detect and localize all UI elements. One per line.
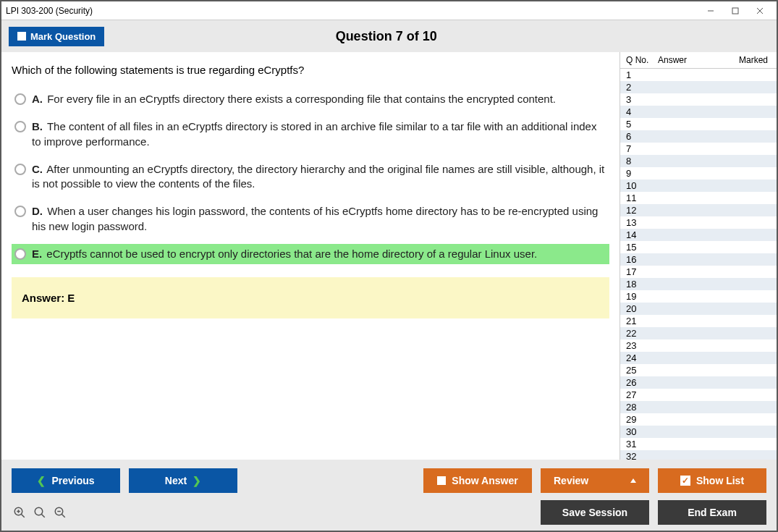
question-list-row[interactable]: 22 [620,327,777,339]
chevron-left-icon: ❮ [37,475,46,486]
question-number: 15 [626,242,658,253]
option-c[interactable]: C. After unmounting an eCryptfs director… [12,159,609,195]
question-list-row[interactable]: 8 [620,155,777,167]
question-counter: Question 7 of 10 [104,29,668,44]
save-session-label: Save Session [562,507,627,518]
question-number: 6 [626,131,658,142]
next-label: Next [165,475,187,486]
question-number: 9 [626,168,658,179]
svg-line-9 [41,514,45,518]
question-list-row[interactable]: 13 [620,216,777,229]
question-number: 22 [626,328,658,339]
question-number: 5 [626,119,658,130]
option-e[interactable]: E. eCryptfs cannot be used to encrypt on… [12,244,609,264]
question-list-row[interactable]: 11 [620,192,777,204]
app-window: LPI 303-200 (Security) Mark Question Que… [0,0,778,532]
question-number: 7 [626,143,658,154]
question-list-row[interactable]: 9 [620,167,777,180]
review-label: Review [554,475,588,486]
zoom-reset-button[interactable] [12,504,28,520]
question-number: 14 [626,229,658,240]
question-list-row[interactable]: 5 [620,118,777,130]
radio-icon [14,93,26,105]
question-list-row[interactable]: 2 [620,81,777,93]
question-number: 27 [626,389,658,400]
radio-icon [14,164,26,175]
col-marked: Marked [729,55,772,65]
question-list-row[interactable]: 18 [620,278,777,290]
question-list-row[interactable]: 15 [620,241,777,253]
radio-icon [14,121,26,132]
question-number: 25 [626,365,658,376]
maximize-button[interactable] [723,3,748,19]
answer-box: Answer: E [12,277,609,318]
question-list-row[interactable]: 28 [620,401,777,413]
question-list-row[interactable]: 25 [620,364,777,376]
previous-label: Previous [51,475,94,486]
end-exam-button[interactable]: End Exam [658,500,766,525]
show-answer-button[interactable]: Show Answer [423,468,532,493]
question-list-row[interactable]: 23 [620,339,777,352]
zoom-in-button[interactable] [32,504,48,520]
question-number: 30 [626,426,658,437]
question-number: 20 [626,303,658,314]
show-list-label: Show List [696,475,744,486]
chevron-right-icon: ❯ [193,475,201,486]
question-number: 28 [626,402,658,413]
option-a[interactable]: A. For every file in an eCryptfs directo… [12,89,609,109]
footer-row-2: Save Session End Exam [12,500,766,525]
question-list-row[interactable]: 6 [620,130,777,143]
question-number: 26 [626,377,658,388]
question-list-row[interactable]: 3 [620,93,777,106]
question-number: 2 [626,82,658,93]
question-list-row[interactable]: 21 [620,315,777,327]
question-number: 32 [626,451,658,460]
footer-bar: ❮ Previous Next ❯ Show Answer Review ✓ S… [1,460,777,531]
question-list-row[interactable]: 4 [620,106,777,118]
question-list-row[interactable]: 12 [620,204,777,216]
question-list-row[interactable]: 30 [620,426,777,438]
option-text: D. When a user changes his login passwor… [32,204,606,234]
radio-icon [14,206,26,217]
question-list-row[interactable]: 17 [620,266,777,278]
save-session-button[interactable]: Save Session [541,500,649,525]
question-list-header: Q No. Answer Marked [620,52,777,69]
question-number: 21 [626,316,658,326]
triangle-up-icon [630,478,636,483]
question-list-row[interactable]: 7 [620,143,777,155]
next-button[interactable]: Next ❯ [129,468,237,493]
question-list[interactable]: 1234567891011121314151617181920212223242… [620,69,777,460]
question-number: 31 [626,439,658,449]
question-list-row[interactable]: 27 [620,389,777,401]
question-list-row[interactable]: 1 [620,69,777,81]
option-b[interactable]: B. The content of all files in an eCrypt… [12,117,609,152]
question-list-row[interactable]: 10 [620,180,777,192]
question-number: 11 [626,193,658,203]
show-list-button[interactable]: ✓ Show List [658,468,766,493]
option-text: C. After unmounting an eCryptfs director… [32,162,606,192]
question-list-row[interactable]: 31 [620,438,777,450]
show-answer-label: Show Answer [452,475,517,486]
question-number: 13 [626,217,658,228]
close-button[interactable] [748,3,772,19]
question-list-row[interactable]: 24 [620,352,777,364]
zoom-out-button[interactable] [52,504,68,520]
question-list-row[interactable]: 16 [620,253,777,266]
question-number: 17 [626,266,658,277]
question-list-row[interactable]: 29 [620,413,777,426]
question-number: 8 [626,156,658,166]
minimize-button[interactable] [698,3,723,19]
mark-question-button[interactable]: Mark Question [9,27,104,46]
question-list-row[interactable]: 14 [620,229,777,241]
question-number: 10 [626,180,658,191]
option-d[interactable]: D. When a user changes his login passwor… [12,201,609,237]
question-list-row[interactable]: 20 [620,303,777,315]
svg-rect-1 [732,8,738,14]
question-list-row[interactable]: 26 [620,376,777,389]
question-number: 1 [626,69,658,80]
previous-button[interactable]: ❮ Previous [12,468,120,493]
question-list-row[interactable]: 19 [620,290,777,303]
question-list-row[interactable]: 32 [620,450,777,460]
review-button[interactable]: Review [541,468,649,493]
option-text: A. For every file in an eCryptfs directo… [32,92,556,106]
